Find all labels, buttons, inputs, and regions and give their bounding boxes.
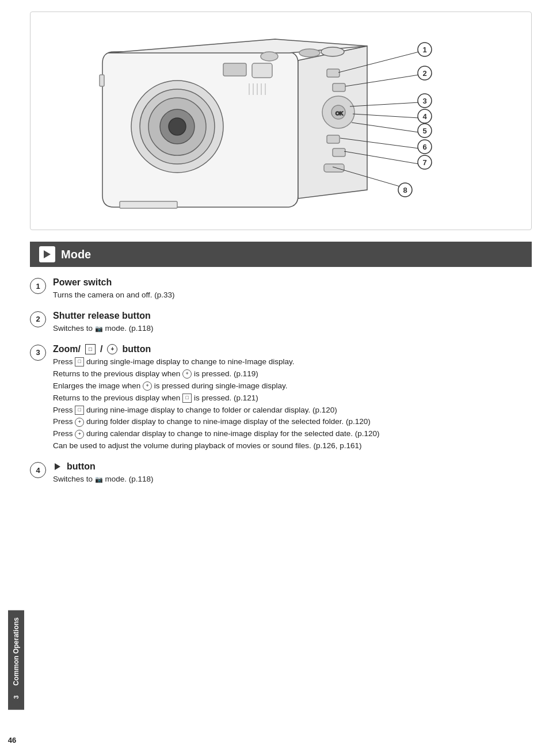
- item-content-1: Power switch Turns the camera on and off…: [53, 277, 532, 301]
- sidebar-circle: 3: [10, 692, 22, 703]
- magnify-icon-1: +: [182, 369, 192, 379]
- sidebar: 3 Common Operations 46: [0, 0, 24, 756]
- item-body-2: Switches to 📷 mode. (p.118): [53, 323, 532, 335]
- svg-text:4: 4: [422, 112, 427, 121]
- svg-text:OK: OK: [336, 110, 343, 116]
- svg-rect-5: [252, 63, 272, 78]
- item-number-4: 4: [30, 462, 46, 478]
- item-title-2: Shutter release button: [53, 311, 532, 321]
- sidebar-tab: 3 Common Operations: [8, 610, 24, 710]
- svg-rect-18: [327, 135, 340, 143]
- item-title-3: Zoom/□/+ button: [53, 344, 532, 354]
- svg-marker-50: [55, 463, 60, 470]
- item-3: 3 Zoom/□/+ button Press □ during single-…: [30, 344, 532, 452]
- magnify-icon-4: +: [75, 430, 84, 439]
- item-content-2: Shutter release button Switches to 📷 mod…: [53, 311, 532, 335]
- play-triangle-icon: [53, 462, 62, 471]
- svg-text:2: 2: [422, 69, 426, 78]
- playback-mode-icon: [39, 246, 55, 262]
- item-body-3: Press □ during single-image display to c…: [53, 356, 532, 452]
- item-title-1: Power switch: [53, 277, 532, 288]
- grid-icon-1: □: [75, 357, 84, 366]
- magnify-icon-3: +: [75, 418, 84, 427]
- grid-icon-2: □: [182, 394, 192, 403]
- svg-rect-13: [327, 69, 340, 77]
- camera-diagram: OK: [30, 12, 532, 230]
- camera-illustration: OK: [45, 17, 517, 224]
- item-1: 1 Power switch Turns the camera on and o…: [30, 277, 532, 301]
- svg-text:6: 6: [422, 143, 426, 151]
- section-header: Mode: [30, 242, 532, 267]
- svg-rect-22: [100, 75, 104, 86]
- sidebar-label: Common Operations: [12, 617, 20, 686]
- item-content-4: button Switches to 📷 mode. (p.118): [53, 461, 532, 486]
- camera-icon-inline-2: 📷: [95, 475, 103, 484]
- item-body-4: Switches to 📷 mode. (p.118): [53, 474, 532, 486]
- main-content: OK: [24, 0, 549, 756]
- magnify-icon-2: +: [143, 381, 152, 391]
- svg-text:1: 1: [422, 45, 426, 54]
- zoom-in-icon: +: [107, 344, 117, 354]
- svg-rect-23: [120, 201, 177, 208]
- svg-point-4: [169, 118, 186, 135]
- svg-point-7: [321, 47, 344, 56]
- item-number-1: 1: [30, 278, 46, 294]
- svg-rect-20: [324, 164, 344, 172]
- page-number: 46: [8, 736, 16, 744]
- svg-rect-6: [223, 63, 246, 76]
- zoom-out-icon: □: [85, 344, 96, 354]
- item-2: 2 Shutter release button Switches to 📷 m…: [30, 311, 532, 335]
- svg-point-21: [299, 49, 320, 57]
- item-title-4: button: [53, 461, 532, 472]
- item-number-2: 2: [30, 311, 46, 327]
- svg-text:7: 7: [422, 158, 426, 167]
- svg-point-24: [261, 52, 278, 61]
- item-body-1: Turns the camera on and off. (p.33): [53, 289, 532, 301]
- camera-icon-inline: 📷: [95, 324, 103, 334]
- item-content-3: Zoom/□/+ button Press □ during single-im…: [53, 344, 532, 452]
- item-number-3: 3: [30, 345, 46, 361]
- section-title: Mode: [61, 248, 91, 261]
- svg-rect-19: [333, 148, 345, 156]
- item-4: 4 button Switches to 📷 mode. (p.118): [30, 461, 532, 486]
- grid-icon-3: □: [75, 406, 84, 415]
- svg-rect-14: [333, 83, 345, 91]
- svg-marker-49: [44, 250, 51, 258]
- svg-text:5: 5: [422, 127, 426, 135]
- svg-text:3: 3: [422, 97, 426, 105]
- svg-text:8: 8: [403, 186, 407, 194]
